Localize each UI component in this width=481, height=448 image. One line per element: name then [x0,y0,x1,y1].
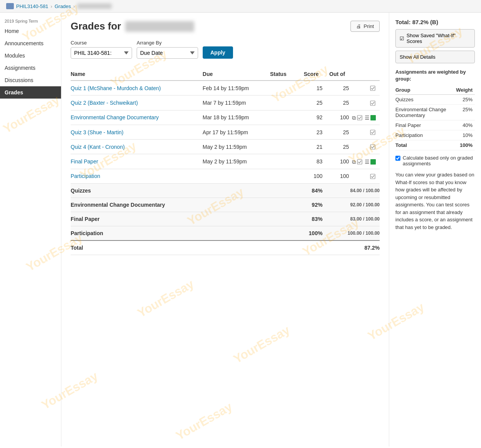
copy-icon: ⧉ [350,159,356,165]
sidebar-item-home[interactable]: Home [0,25,61,37]
weight-header-row: Group Weight [395,86,475,95]
sidebar-item-grades[interactable]: Grades [0,86,61,99]
assignment-due: May 2 by 11:59pm [203,154,270,169]
subtotal-name: Quizzes [71,184,203,198]
breadcrumb-grades[interactable]: Grades [55,3,71,9]
table-row: Quiz 3 (Shue - Martin) Apr 17 by 11:59pm… [71,125,380,139]
weight-group-name: Final Paper [395,120,456,130]
calc-label: Calculate based only on graded assignmen… [403,155,475,166]
assignment-name: Final Paper [71,154,203,169]
assignment-due: Apr 17 by 11:59pm [203,125,270,139]
subtotal-name: Final Paper [71,212,203,226]
sidebar-item-modules[interactable]: Modules [0,49,61,62]
col-header-score: Score [297,68,322,81]
course-filter-group: Course PHIL 3140-581: [71,40,132,59]
assignment-status [270,140,297,154]
submission-icon [357,115,363,121]
what-if-icon: ☑ [400,36,404,41]
assignment-status [270,110,297,125]
weight-value: 25% [456,95,475,105]
assignment-out-of: 25 [322,96,349,110]
subtotal-out-of: 92.00 / 100.00 [322,198,380,212]
assignment-due: Mar 7 by 11:59pm [203,96,270,110]
submission-icon [370,173,376,180]
assignment-due: Mar 18 by 11:59pm [203,110,270,125]
show-all-button[interactable]: Show All Details [395,51,475,63]
sidebar: 2019 Spring Term Home Announcements Modu… [0,13,61,446]
svg-rect-6 [370,174,375,179]
assignment-due: May 2 by 11:59pm [203,140,270,154]
assignment-icons [349,169,380,183]
subtotal-out-of: 100.00 / 100.00 [322,226,380,241]
subtotal-due [203,184,270,198]
svg-rect-1 [370,101,375,105]
what-if-info: You can view your grades based on What-I… [395,171,475,231]
assignment-due: Feb 14 by 11:59pm [203,81,270,96]
weight-value: 40% [456,120,475,130]
breadcrumb-bar: PHIL3140-581 › Grades › [0,0,481,13]
assignment-icons: ⧉ ☰ [349,110,380,125]
subtotal-status [270,184,297,198]
copy-icon: ⧉ [350,115,356,121]
assignment-name: Participation [71,169,203,183]
submission-icon [357,159,363,165]
submission-icon [370,85,376,91]
calc-checkbox-group: Calculate based only on graded assignmen… [395,155,475,166]
assignment-score: 23 [297,125,322,139]
total-status [270,240,297,255]
apply-button[interactable]: Apply [203,46,233,59]
assignment-due [203,169,270,183]
arrange-filter-group: Arrange By Due Date [137,40,198,59]
weighted-label: Assignments are weighted by group: [395,69,475,82]
weight-row: Environmental Change Documentary 25% [395,105,475,120]
svg-rect-2 [357,115,362,120]
breadcrumb-course[interactable]: PHIL3140-581 [16,3,48,9]
total-row: Total 87.2% [71,240,380,255]
assignment-score: 83 [297,154,322,169]
content-area: Grades for 🖨 Print Course PHIL 3140-581:… [61,13,389,446]
main-layout: 2019 Spring Term Home Announcements Modu… [0,13,481,446]
subtotal-name: Participation [71,226,203,241]
assignment-icons: ⧉ ☰ [349,154,380,169]
submission-icon [370,144,376,150]
weight-group-name: Quizzes [395,95,456,105]
course-icon [6,3,14,9]
print-button[interactable]: 🖨 Print [350,21,380,32]
subtotal-score-pct: 84% [297,184,322,198]
assignment-out-of: 25 [322,125,349,139]
subtotal-score-pct: 92% [297,198,322,212]
table-row: Quiz 4 (Kant - Cronon) May 2 by 11:59pm … [71,140,380,154]
total-grade: Total: 87.2% (B) [395,19,475,25]
subtotal-due [203,198,270,212]
breadcrumb-name-blurred [77,3,112,9]
assignment-name: Environmental Change Documentary [71,110,203,125]
table-row: Final Paper May 2 by 11:59pm 83 100 ⧉ ☰ [71,154,380,169]
calc-checkbox[interactable] [395,156,400,161]
assignment-name: Quiz 3 (Shue - Martin) [71,125,203,139]
page-title: Grades for [71,20,194,32]
what-if-button[interactable]: ☑ Show Saved "What-If" Scores [395,29,475,48]
subtotal-due [203,226,270,241]
sidebar-item-discussions[interactable]: Discussions [0,74,61,86]
sidebar-item-assignments[interactable]: Assignments [0,62,61,74]
weight-group-name: Total [395,140,456,150]
weight-value: 25% [456,105,475,120]
assignment-status [270,154,297,169]
assignment-icons [349,81,380,96]
table-row: Quiz 1 (McShane - Murdoch & Oaten) Feb 1… [71,81,380,96]
table-row: Quiz 2 (Baxter - Schweikart) Mar 7 by 11… [71,96,380,110]
right-sidebar: Total: 87.2% (B) ☑ Show Saved "What-If" … [389,13,481,446]
sidebar-item-announcements[interactable]: Announcements [0,37,61,49]
print-icon: 🖨 [356,23,361,29]
table-row: Environmental Change Documentary Mar 18 … [71,110,380,125]
course-select[interactable]: PHIL 3140-581: [71,47,132,59]
rubric-icon: ☰ [364,115,370,121]
breadcrumb-sep1: › [51,3,52,9]
assignment-out-of: 100 [322,169,349,183]
breadcrumb-sep2: › [73,3,75,9]
arrange-select[interactable]: Due Date [137,47,198,59]
subtotal-row: Participation 100% 100.00 / 100.00 [71,226,380,241]
col-header-status: Status [270,68,297,81]
total-due [203,240,270,255]
col-header-out-of: Out of [322,68,349,81]
